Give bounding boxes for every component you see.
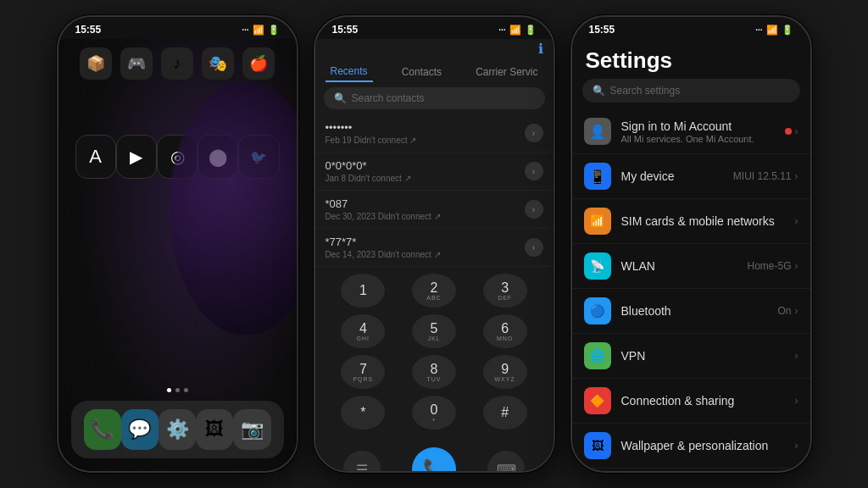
bluetooth-chevron: › — [795, 305, 798, 317]
call-chevron-1[interactable]: › — [525, 124, 543, 142]
settings-item-bluetooth[interactable]: 🔵 Bluetooth On › — [572, 289, 810, 334]
my-device-icon: 📱 — [584, 163, 611, 190]
top-app-game[interactable]: 🎮 — [120, 47, 153, 80]
signal-icon: ··· — [242, 25, 248, 35]
dock-settings[interactable]: ⚙️ — [159, 409, 196, 450]
status-bar-3: 15:55 ··· 📶 🔋 — [572, 17, 810, 39]
wallpaper-right: › — [795, 440, 798, 452]
dock-messages[interactable]: 💬 — [121, 409, 159, 450]
settings-item-sim[interactable]: 📶 SIM cards & mobile networks › — [572, 199, 810, 244]
settings-item-wallpaper[interactable]: 🖼 Wallpaper & personalization › — [572, 424, 810, 469]
my-device-value: MIUI 12.5.11 — [733, 170, 792, 182]
mi-account-right: › — [785, 125, 798, 137]
top-app-tiktok[interactable]: ♪ — [161, 47, 193, 80]
call-info-4: *77*7* Dec 14, 2023 Didn't connect ↗ — [326, 236, 525, 259]
dock-photos[interactable]: 🖼 — [196, 409, 233, 450]
mi-account-chevron: › — [795, 125, 798, 137]
dialpad-1[interactable]: 1 — [341, 274, 385, 308]
wifi-icon: 📶 — [253, 25, 264, 36]
wifi-icon-3: 📶 — [766, 25, 778, 36]
connection-right: › — [795, 395, 798, 407]
tab-contacts[interactable]: Contacts — [397, 63, 447, 81]
my-device-content: My device — [621, 169, 723, 183]
my-device-right: MIUI 12.5.11 › — [733, 170, 798, 182]
menu-button[interactable]: ☰ — [343, 451, 381, 471]
settings-item-vpn[interactable]: 🌐 VPN › — [572, 334, 810, 379]
wlan-value: Home-5G — [747, 260, 791, 272]
battery-icon: 🔋 — [268, 25, 280, 36]
settings-item-wlan[interactable]: 📡 WLAN Home-5G › — [572, 244, 810, 289]
page-dots — [58, 388, 297, 392]
dialpad-0[interactable]: 0+ — [412, 396, 456, 430]
call-chevron-4[interactable]: › — [525, 238, 543, 257]
settings-item-mi-account[interactable]: 👤 Sign in to Mi Account All Mi services.… — [572, 109, 810, 154]
sim-chevron: › — [795, 215, 798, 227]
my-device-chevron: › — [795, 170, 798, 182]
status-time-1: 15:55 — [75, 24, 102, 36]
connection-label: Connection & sharing — [621, 394, 785, 408]
settings-title: Settings — [572, 39, 810, 79]
dialpad-7[interactable]: 7PQRS — [341, 355, 385, 389]
wallpaper-label: Wallpaper & personalization — [621, 439, 785, 452]
dialpad-6[interactable]: 6MNO — [483, 314, 527, 348]
dialpad-3[interactable]: 3DEF — [483, 274, 527, 308]
sim-right: › — [795, 215, 798, 227]
settings-item-my-device[interactable]: 📱 My device MIUI 12.5.11 › — [572, 154, 810, 199]
keypad-button[interactable]: ⌨ — [487, 451, 525, 471]
vpn-right: › — [795, 350, 798, 362]
phone-2: 15:55 ··· 📶 🔋 ℹ Recents Contacts Carrier… — [314, 15, 555, 473]
call-info-2: 0*0*0*0* Jan 8 Didn't connect ↗ — [326, 159, 525, 183]
vpn-label: VPN — [621, 349, 785, 363]
dots-icon-3: ··· — [755, 25, 762, 35]
app-store-icon[interactable]: A — [75, 135, 116, 179]
search-icon-settings: 🔍 — [593, 85, 605, 97]
my-device-label: My device — [621, 169, 723, 183]
dialpad-4[interactable]: 4GHI — [341, 314, 385, 348]
youtube-icon[interactable]: ▶ — [116, 135, 157, 179]
dialpad-star[interactable]: * — [341, 396, 385, 430]
call-detail-1: Feb 19 Didn't connect ↗ — [326, 136, 525, 145]
call-item-2[interactable]: 0*0*0*0* Jan 8 Didn't connect ↗ › — [315, 152, 554, 191]
wifi-icon-2: 📶 — [509, 25, 521, 36]
top-app-apple[interactable]: 🍎 — [242, 47, 275, 80]
top-app-mask[interactable]: 🎭 — [202, 47, 234, 80]
vpn-icon: 🌐 — [584, 342, 611, 369]
info-icon[interactable]: ℹ — [538, 41, 543, 57]
tab-recents[interactable]: Recents — [326, 62, 373, 82]
tab-carrier[interactable]: Carrier Servic — [470, 63, 542, 81]
dock-phone[interactable]: 📞 — [84, 409, 121, 450]
settings-search-bar[interactable]: 🔍 Search settings — [582, 79, 800, 103]
dialpad-8[interactable]: 8TUV — [412, 355, 456, 389]
call-item-3[interactable]: *087 Dec 30, 2023 Didn't connect ↗ › — [315, 191, 554, 229]
search-placeholder: Search contacts — [352, 92, 425, 104]
dialpad-row-1: 1 2ABC 3DEF — [328, 274, 541, 308]
mi-account-label: Sign in to Mi Account — [621, 119, 775, 133]
call-chevron-3[interactable]: › — [525, 200, 543, 219]
settings-list: 👤 Sign in to Mi Account All Mi services.… — [572, 109, 810, 471]
call-item-1[interactable]: ••••••• Feb 19 Didn't connect ↗ › — [315, 114, 554, 152]
app-dock: 📞 💬 ⚙️ 🖼 📷 — [71, 401, 284, 458]
call-detail-2: Jan 8 Didn't connect ↗ — [326, 174, 525, 183]
mi-account-dot — [785, 128, 792, 135]
dialpad-hash[interactable]: # — [483, 396, 527, 430]
sim-content: SIM cards & mobile networks — [621, 214, 785, 228]
wlan-content: WLAN — [621, 259, 737, 273]
call-button[interactable]: 📞 — [412, 447, 456, 471]
top-app-box[interactable]: 📦 — [80, 47, 112, 80]
dock-camera[interactable]: 📷 — [233, 409, 270, 450]
bluetooth-icon: 🔵 — [584, 297, 611, 324]
call-item-4[interactable]: *77*7* Dec 14, 2023 Didn't connect ↗ › — [315, 229, 554, 267]
phone-1: 15:55 ··· 📶 🔋 📦 🎮 ♪ 🎭 🍎 A ▶ ◎ ⬤ 🐦 — [57, 15, 298, 473]
call-number-3: *087 — [326, 197, 525, 210]
dialpad-2[interactable]: 2ABC — [412, 274, 456, 308]
dialpad-5[interactable]: 5JKL — [412, 314, 456, 348]
call-detail-4: Dec 14, 2023 Didn't connect ↗ — [326, 250, 525, 259]
contact-search[interactable]: 🔍 Search contacts — [324, 87, 545, 109]
bluetooth-label: Bluetooth — [621, 304, 768, 318]
settings-item-connection[interactable]: 🔶 Connection & sharing › — [572, 379, 810, 424]
dialpad-9[interactable]: 9WXYZ — [483, 355, 527, 389]
settings-screen: Settings 🔍 Search settings 👤 Sign in to … — [572, 39, 810, 471]
call-chevron-2[interactable]: › — [525, 162, 543, 180]
bluetooth-value: On — [777, 305, 791, 317]
bluetooth-right: On › — [777, 305, 798, 317]
